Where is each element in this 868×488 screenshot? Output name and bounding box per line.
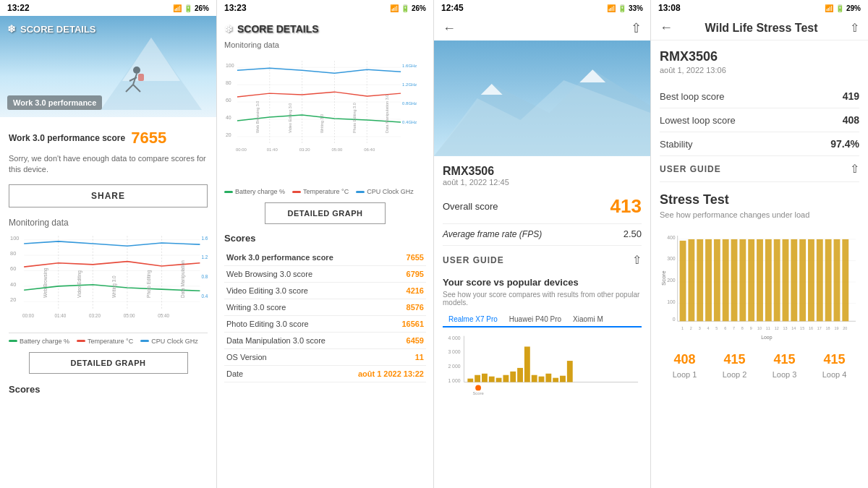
svg-text:20: 20	[226, 132, 231, 137]
loop-label: Loop 2	[723, 370, 747, 379]
svg-text:Photo Editing 3.0: Photo Editing 3.0	[352, 103, 357, 133]
stability-value: 97.4%	[830, 138, 859, 150]
svg-text:3: 3	[699, 326, 701, 330]
share-icon-4[interactable]: ⇧	[850, 21, 859, 35]
panel-4: 13:08 📶 🔋 29% ← Wild Life Stress Test ⇧ …	[651, 0, 868, 488]
user-guide-share-icon-3[interactable]: ⇧	[632, 253, 642, 267]
svg-text:16: 16	[809, 326, 813, 330]
svg-rect-111	[739, 239, 746, 321]
svg-rect-108	[714, 239, 720, 321]
svg-text:1.6GHz: 1.6GHz	[402, 64, 417, 68]
svg-text:0: 0	[673, 317, 676, 322]
user-guide-share-icon-4[interactable]: ⇧	[850, 162, 859, 176]
svg-text:Data Manipulation: Data Manipulation	[180, 260, 186, 298]
score-row-label: Web Browsing 3.0 score	[224, 266, 348, 283]
signal-icon-2: 📶	[390, 4, 399, 12]
svg-text:10: 10	[757, 326, 762, 330]
svg-text:18: 18	[826, 326, 830, 330]
device-tabs: Realme X7 Pro Huawei P40 Pro Xiaomi M	[443, 312, 642, 328]
device-tab-2[interactable]: Xiaomi M	[567, 312, 609, 326]
overall-score-row: Overall score 413	[443, 195, 642, 224]
battery-2: 🔋 26%	[401, 4, 426, 12]
stress-test-sub: See how performance changes under load	[660, 210, 859, 219]
svg-text:300: 300	[667, 257, 676, 262]
device-date-3: août 1, 2022 12:45	[443, 178, 642, 187]
back-icon-3[interactable]: ←	[443, 21, 456, 36]
svg-text:Writing 3.0: Writing 3.0	[320, 114, 325, 133]
svg-text:0.8GHz: 0.8GHz	[402, 101, 417, 106]
svg-text:19: 19	[834, 326, 838, 330]
svg-rect-7	[138, 74, 144, 81]
device-tab-1[interactable]: Huawei P40 Pro	[503, 312, 567, 326]
monitoring-chart-2: 100 80 60 40 20 1.6GHz 1.2GHz 0.8GHz	[224, 53, 426, 184]
svg-text:03:20: 03:20	[299, 147, 311, 152]
svg-text:20: 20	[843, 326, 847, 330]
svg-rect-86	[545, 374, 551, 382]
p3-nav: ← ⇧	[434, 16, 650, 40]
svg-text:05:00: 05:00	[331, 147, 343, 152]
svg-text:60: 60	[226, 98, 231, 103]
svg-text:4: 4	[707, 326, 710, 330]
svg-text:2 000: 2 000	[448, 364, 460, 369]
svg-rect-81	[510, 372, 516, 382]
svg-text:80: 80	[226, 80, 231, 85]
loop-score-value: 408	[673, 352, 697, 367]
svg-text:14: 14	[791, 326, 796, 330]
score-row-value: 7655	[348, 249, 426, 266]
detailed-graph-btn-1[interactable]: DETAILED GRAPH	[29, 352, 188, 374]
score-row-label: OS Version	[224, 349, 348, 366]
score-row-value: 6459	[348, 333, 426, 349]
svg-rect-119	[808, 239, 814, 321]
svg-rect-110	[731, 239, 738, 321]
time-2: 13:23	[224, 3, 247, 13]
score-table-row: Writing 3.0 score8576	[224, 299, 426, 316]
score-table-row: Photo Editing 3.0 score16561	[224, 316, 426, 333]
popular-subtitle: See how your score compares with results…	[443, 291, 642, 307]
svg-text:05:40: 05:40	[158, 312, 169, 317]
svg-rect-120	[817, 239, 823, 321]
svg-rect-76	[475, 375, 480, 382]
score-details-title-2: ❄ SCORE DETAILS	[224, 23, 426, 35]
svg-text:Video Editing 3.0: Video Editing 3.0	[288, 103, 292, 133]
compare-chart: 1 000 2 000 3 000 4 000	[443, 332, 642, 397]
loop-score-item: 415Loop 2	[723, 352, 747, 380]
svg-text:13: 13	[783, 326, 787, 330]
score-table-row: Web Browsing 3.0 score6795	[224, 266, 426, 283]
stress-chart: 400 300 200 100 0 Score	[660, 228, 859, 343]
svg-text:4 000: 4 000	[448, 335, 460, 341]
svg-rect-106	[697, 239, 703, 321]
work-badge-1: Work 3.0 performance	[7, 95, 102, 110]
svg-text:5: 5	[715, 326, 718, 330]
svg-point-90	[475, 385, 481, 390]
svg-rect-117	[791, 239, 797, 321]
status-icons-4: 📶 🔋 29%	[825, 4, 861, 12]
loop-label: Loop 1	[673, 370, 697, 379]
svg-rect-116	[783, 239, 789, 321]
device-tab-0[interactable]: Realme X7 Pro	[443, 312, 503, 328]
share-button-1[interactable]: SHARE	[9, 184, 208, 207]
user-guide-label-4: USER GUIDE	[660, 164, 721, 174]
status-icons-1: 📶 🔋 26%	[173, 4, 209, 12]
svg-rect-122	[834, 239, 841, 321]
detailed-graph-btn-2[interactable]: DETAILED GRAPH	[265, 202, 386, 224]
svg-rect-80	[503, 375, 509, 382]
battery-3: 🔋 33%	[618, 4, 643, 12]
back-icon-4[interactable]: ←	[660, 20, 673, 35]
svg-rect-114	[765, 239, 772, 321]
p4-nav-title: Wild Life Stress Test	[705, 22, 817, 35]
share-icon-3[interactable]: ⇧	[631, 20, 642, 36]
score-table-row: Video Editing 3.0 score4216	[224, 283, 426, 299]
status-bar-2: 13:23 📶 🔋 26%	[217, 0, 433, 16]
loop-score-item: 415Loop 4	[822, 352, 847, 380]
sorry-text: Sorry, we don't have enough data to comp…	[9, 153, 208, 176]
svg-text:Web Browsing 3.0: Web Browsing 3.0	[255, 101, 260, 133]
p4-nav: ← Wild Life Stress Test ⇧	[651, 16, 868, 40]
work-score-line: Work 3.0 performance score 7655	[9, 129, 208, 147]
svg-text:100: 100	[667, 299, 676, 304]
svg-text:05:00: 05:00	[124, 312, 135, 317]
best-loop-label: Best loop score	[660, 91, 725, 102]
svg-rect-82	[517, 368, 523, 382]
chart-legend-2: Battery charge % Temperature °C CPU Cloc…	[224, 188, 426, 195]
score-details-title-1: ❄ SCORE DETAILS	[7, 23, 209, 35]
svg-rect-89	[567, 361, 573, 382]
